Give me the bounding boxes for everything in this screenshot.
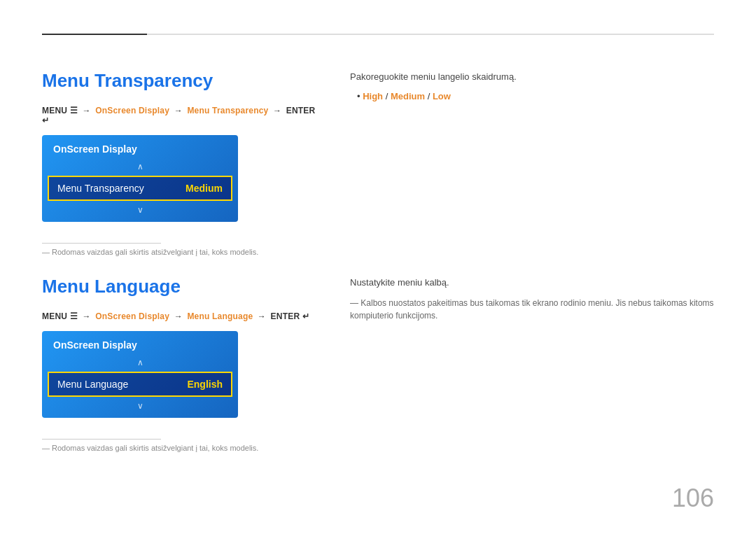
- enter-icon-2: ↵: [302, 311, 309, 321]
- note-transparency: Rodomas vaizdas gali skirtis atsižvelgia…: [42, 248, 714, 256]
- menu-label-2: MENU: [42, 311, 67, 321]
- arrow-1b: →: [82, 311, 90, 321]
- enter-label: ENTER: [286, 106, 316, 115]
- option-medium: Medium: [391, 91, 425, 101]
- enter-icon: ↵: [42, 115, 49, 125]
- breadcrumb-language: MENU ☰ → OnScreen Display → Menu Languag…: [42, 311, 322, 321]
- divider-line-transparency: [42, 243, 161, 244]
- onscreen-display-link: OnScreen Display: [95, 106, 172, 115]
- menu-icon: ☰: [70, 106, 80, 115]
- transparency-options: • High / Medium / Low: [357, 91, 714, 101]
- menu-language-link: Menu Language: [187, 311, 255, 321]
- menu-label: MENU: [42, 106, 67, 115]
- transparency-description: Pakoreguokite meniu langelio skaidrumą.: [350, 70, 714, 84]
- menu-language-section: Menu Language MENU ☰ → OnScreen Display …: [42, 276, 714, 418]
- menu-transparency-section: Menu Transparency MENU ☰ → OnScreen Disp…: [42, 70, 714, 222]
- arrow-2b: →: [174, 311, 183, 321]
- separator-transparency: Rodomas vaizdas gali skirtis atsižvelgia…: [42, 243, 714, 256]
- option-low: Low: [433, 91, 451, 101]
- divider-line-language: [42, 439, 161, 440]
- enter-label-2: ENTER: [271, 311, 302, 321]
- onscreen-display-link-2: OnScreen Display: [95, 311, 172, 321]
- row-label-transparency: Menu Transparency: [57, 183, 144, 194]
- arrow-3: →: [273, 106, 281, 115]
- menu-transparency-link: Menu Transparency: [187, 106, 271, 115]
- menu-transparency-row: Menu Transparency Medium: [48, 176, 232, 201]
- widget-down-arrow: ∨: [42, 201, 238, 222]
- widget-up-arrow-2: ∧: [42, 356, 238, 372]
- menu-transparency-widget: OnScreen Display ∧ Menu Transparency Med…: [42, 135, 238, 222]
- row-value-transparency: Medium: [186, 183, 223, 194]
- menu-icon-2: ☰: [70, 311, 80, 321]
- page-number: 106: [672, 484, 714, 513]
- note-language: Rodomas vaizdas gali skirtis atsižvelgia…: [42, 444, 714, 452]
- separator-language: Rodomas vaizdas gali skirtis atsižvelgia…: [42, 439, 714, 452]
- widget-down-arrow-2: ∨: [42, 397, 238, 418]
- arrow-1: →: [82, 106, 90, 115]
- menu-transparency-title: Menu Transparency: [42, 70, 322, 92]
- section-right-language: Nustatykite meniu kalbą. Kalbos nuostato…: [322, 276, 714, 418]
- section-left-language: Menu Language MENU ☰ → OnScreen Display …: [42, 276, 322, 418]
- arrow-2: →: [174, 106, 183, 115]
- widget-header-transparency: OnScreen Display: [42, 135, 238, 160]
- option-high: High: [363, 91, 383, 101]
- language-note-desc: Kalbos nuostatos pakeitimas bus taikomas…: [350, 297, 714, 322]
- breadcrumb-transparency: MENU ☰ → OnScreen Display → Menu Transpa…: [42, 106, 322, 125]
- row-value-language: English: [187, 379, 223, 390]
- row-label-language: Menu Language: [57, 379, 128, 390]
- bullet-char: •: [357, 91, 363, 101]
- widget-up-arrow: ∧: [42, 160, 238, 176]
- widget-header-language: OnScreen Display: [42, 331, 238, 356]
- section-left-transparency: Menu Transparency MENU ☰ → OnScreen Disp…: [42, 70, 322, 222]
- option-slash-1: /: [386, 91, 391, 101]
- option-slash-2: /: [428, 91, 433, 101]
- menu-language-title: Menu Language: [42, 276, 322, 297]
- menu-language-widget: OnScreen Display ∧ Menu Language English…: [42, 331, 238, 418]
- arrow-3b: →: [258, 311, 266, 321]
- menu-language-row: Menu Language English: [48, 372, 232, 397]
- language-description: Nustatykite meniu kalbą.: [350, 276, 714, 290]
- section-right-transparency: Pakoreguokite meniu langelio skaidrumą. …: [322, 70, 714, 222]
